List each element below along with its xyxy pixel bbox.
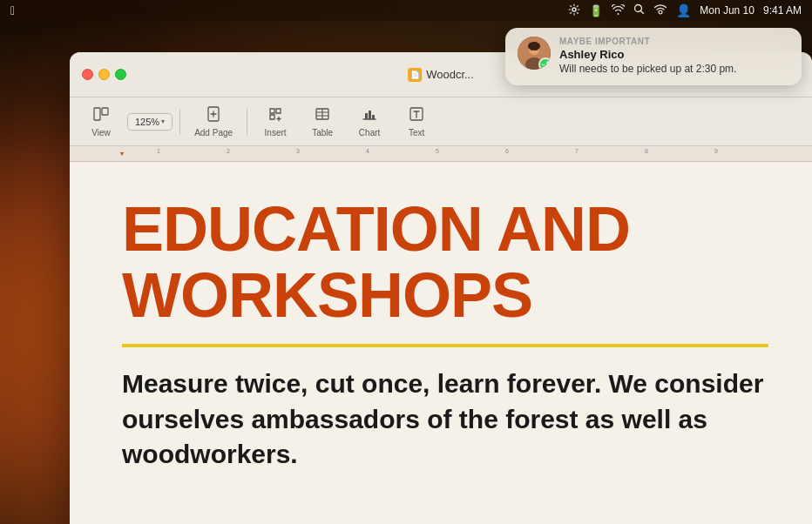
svg-point-14 [528,42,540,50]
table-icon [314,105,331,125]
close-button[interactable] [82,69,93,80]
text-icon [408,105,425,125]
messages-badge-icon [538,57,551,70]
svg-rect-8 [369,111,371,119]
wifi-icon [612,4,625,17]
desktop:  🔋 [0,0,812,524]
add-page-icon [205,105,222,125]
chart-label: Chart [359,128,380,138]
insert-button[interactable]: Insert [253,102,298,141]
insert-label: Insert [265,128,287,138]
spotlight-icon[interactable] [633,3,645,17]
menu-bar-datetime: Mon Jun 10 [700,4,754,17]
add-page-label: Add Page [194,128,233,138]
svg-point-16 [536,49,538,50]
traffic-lights [70,69,126,80]
svg-point-19 [544,64,545,64]
table-button[interactable]: Table [300,102,345,141]
chart-icon [361,105,378,125]
svg-rect-9 [372,115,375,119]
notification-app-label: MAYBE IMPORTANT [559,37,789,46]
svg-point-0 [572,8,576,11]
zoom-button[interactable]: 125% ▾ [127,113,173,131]
view-button[interactable]: View [78,102,124,141]
svg-rect-7 [365,113,368,119]
svg-point-15 [531,49,532,50]
notification-avatar [518,37,551,70]
document-heading: EDUCATION AND WORKSHOPS [122,197,768,328]
svg-point-18 [542,64,543,64]
notification-message: Will needs to be picked up at 2:30 pm. [559,63,789,77]
settings-icon[interactable] [568,3,580,18]
view-label: View [91,128,111,138]
window-title-text: Woodcr... [426,68,474,81]
battery-icon: 🔋 [589,4,603,17]
document-divider [122,344,768,347]
user-account-icon[interactable]: 👤 [676,3,691,17]
menu-bar-left:  [10,3,15,17]
menu-bar-right: 🔋 [568,3,802,18]
document-content: EDUCATION AND WORKSHOPS Measure twice, c… [70,162,812,523]
toolbar-divider-1 [179,109,180,135]
window-title: 📄 Woodcr... [408,68,474,82]
toolbar: View 125% ▾ Add Page [70,97,812,146]
ruler: ▾ 1 2 3 4 5 6 7 8 9 [70,146,812,162]
document-body: Measure twice, cut once, learn forever. … [122,366,768,473]
svg-rect-4 [102,108,108,115]
text-button[interactable]: Text [394,102,439,141]
menu-bar:  🔋 [0,0,812,21]
svg-rect-3 [94,108,100,120]
svg-point-2 [659,10,662,14]
add-page-button[interactable]: Add Page [186,102,241,141]
apple-logo-icon[interactable]:  [10,3,15,17]
toolbar-divider-2 [247,109,247,135]
notification-content: MAYBE IMPORTANT Ashley Rico Will needs t… [559,37,789,77]
insert-icon [267,105,284,125]
app-window: 📄 Woodcr... View 125% ▾ [70,52,812,524]
view-icon [92,105,110,125]
svg-point-17 [540,62,545,67]
chart-button[interactable]: Chart [347,102,392,141]
ruler-origin-marker: ▾ [120,150,124,158]
zoom-value: 125% [135,117,159,127]
minimize-button[interactable] [98,69,110,80]
notification[interactable]: MAYBE IMPORTANT Ashley Rico Will needs t… [505,28,802,85]
maximize-button[interactable] [115,69,126,80]
airdrop-icon[interactable] [653,3,667,17]
notification-sender: Ashley Rico [559,48,789,61]
document-icon: 📄 [408,68,422,82]
table-label: Table [312,128,333,138]
zoom-chevron-icon: ▾ [161,118,165,125]
menu-bar-time: 9:41 AM [763,4,802,17]
text-label: Text [409,128,424,138]
